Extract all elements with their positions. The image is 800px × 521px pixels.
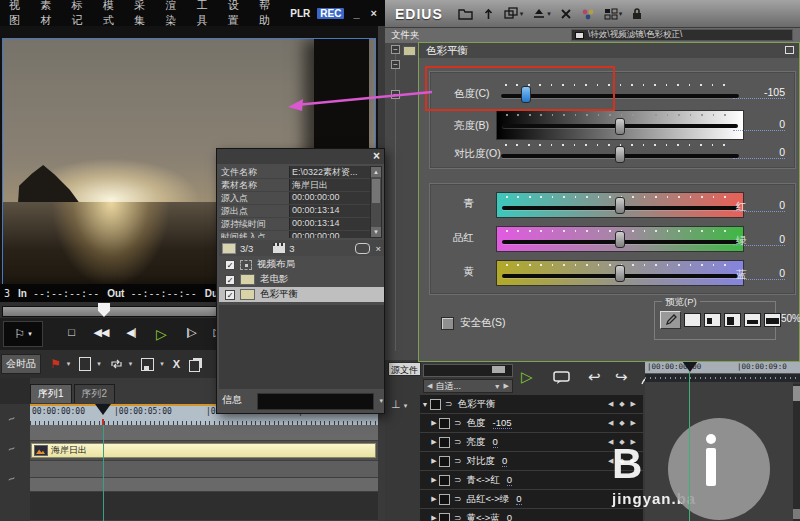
magenta-green-handle[interactable] (615, 231, 625, 248)
kf-nav-buttons[interactable]: ◀ ◆ ▶ (608, 400, 638, 408)
tree-collapse-icon[interactable]: − (391, 60, 400, 69)
chroma-slider-handle[interactable] (521, 86, 531, 103)
source-file-button[interactable]: 源文件 (388, 362, 421, 376)
kf-row-color-balance[interactable]: ▼ ⊃ 色彩平衡 ◀ ◆ ▶ (420, 395, 643, 414)
chevron-down-icon[interactable]: ▾ (379, 397, 383, 405)
stop-button[interactable]: □ (57, 326, 85, 342)
kf-param-value[interactable]: -105 (493, 417, 512, 429)
kf-nav-buttons[interactable]: ◀ ◆ ▶ (608, 438, 638, 446)
kf-checkbox[interactable] (439, 475, 450, 486)
yellow-blue-slider[interactable] (496, 260, 744, 286)
track-row[interactable] (30, 425, 378, 441)
prev-frame-button[interactable]: ◀| (117, 326, 145, 342)
info-titlebar[interactable]: × (217, 149, 384, 164)
kf-play-button[interactable]: ▷ (521, 368, 533, 386)
play-button[interactable]: ▷ (147, 326, 175, 342)
reset-icon[interactable]: ⊃ (454, 494, 462, 504)
menu-item-help[interactable]: 帮助 (259, 0, 277, 28)
checkbox-checked-icon[interactable]: ✓ (225, 290, 235, 300)
contrast-slider[interactable] (496, 141, 744, 166)
expander-icon[interactable]: ▶ (429, 457, 439, 465)
slider-track[interactable] (501, 94, 739, 98)
contrast-slider-handle[interactable] (615, 146, 625, 163)
preview-layout-left-button[interactable] (704, 313, 721, 327)
filter-item-video-layout[interactable]: ✓ 视频布局 (219, 257, 384, 272)
expander-icon[interactable]: ▶ (429, 514, 439, 521)
keyframe-ruler[interactable]: |00:00:00:00 |00:00:09:0 (645, 361, 800, 382)
expander-icon[interactable]: ▶ (429, 495, 439, 503)
zoom-slider-handle[interactable] (492, 366, 505, 373)
flag-button[interactable]: ⚐ ▾ (3, 321, 43, 347)
playhead-line[interactable] (103, 425, 104, 521)
menu-item-view[interactable]: 视图 (9, 0, 27, 28)
kf-row-brightness[interactable]: ▶ ⊃ 亮度 0 ◀ ◆ ▶ (420, 433, 643, 452)
copy-icon[interactable] (189, 357, 200, 372)
preview-layout-full-button[interactable] (684, 313, 701, 327)
reset-icon[interactable]: ⊃ (454, 456, 462, 466)
yellow-blue-handle[interactable] (615, 265, 625, 282)
info-scrollbar[interactable]: ▲ ▼ (370, 166, 382, 238)
kf-nav-buttons[interactable]: ◀ ◆ ▶ (608, 419, 638, 427)
new-clip-icon[interactable] (79, 357, 91, 371)
kf-playhead-line[interactable] (689, 372, 690, 521)
replace-icon[interactable] (110, 358, 123, 370)
reset-icon[interactable]: ⊃ (454, 513, 462, 521)
cyan-red-value[interactable]: 0 (733, 199, 785, 212)
kf-checkbox[interactable] (439, 513, 450, 521)
kf-param-value[interactable]: 0 (493, 436, 498, 448)
chroma-slider[interactable] (496, 81, 744, 106)
expander-icon[interactable]: ▶ (429, 438, 439, 446)
reset-icon[interactable]: ⊃ (454, 418, 462, 428)
kf-scrollbar[interactable] (793, 384, 800, 521)
checkbox-checked-icon[interactable]: ✓ (225, 275, 235, 285)
kf-playhead-triangle[interactable] (682, 361, 698, 372)
effects-breadcrumb[interactable]: \特效\视频滤镜\色彩校正\ (571, 29, 793, 41)
menu-item-mode[interactable]: 模式 (103, 0, 121, 28)
tree-collapse-icon[interactable]: − (391, 45, 400, 54)
scroll-down-icon[interactable]: ▼ (371, 227, 381, 237)
film-reel-icon[interactable] (355, 243, 370, 254)
reset-icon[interactable]: ⊃ (454, 475, 462, 485)
preview-zoom-level[interactable]: 50% (781, 313, 800, 324)
menu-item-tools[interactable]: 工具 (197, 0, 215, 28)
timeline-clip[interactable]: 海岸日出 (31, 443, 376, 458)
sequence-chip[interactable]: 会时品 (1, 354, 41, 374)
contrast-value[interactable]: 0 (733, 146, 785, 159)
kf-checkbox[interactable] (439, 456, 450, 467)
lock-icon[interactable] (631, 7, 643, 21)
menu-item-settings[interactable]: 设置 (228, 0, 246, 28)
reset-icon[interactable]: ⊃ (445, 399, 453, 409)
kf-checkbox[interactable] (439, 418, 450, 429)
menu-item-render[interactable]: 渲染 (165, 0, 183, 28)
keyframe-timeline-area[interactable] (645, 382, 793, 521)
brightness-slider-handle[interactable] (615, 118, 625, 135)
kf-param-value[interactable]: 0 (507, 474, 512, 486)
close-button[interactable]: × (369, 7, 379, 19)
menu-item-clip[interactable]: 素材 (40, 0, 58, 28)
kf-row-cyan-red[interactable]: ▶ ⊃ 青<->红 0 (420, 471, 643, 490)
yellow-blue-value[interactable]: 0 (733, 267, 785, 280)
track-row[interactable] (30, 492, 378, 521)
kf-checkbox[interactable] (439, 494, 450, 505)
kf-param-value[interactable]: 0 (502, 455, 507, 467)
menu-item-capture[interactable]: 采集 (134, 0, 152, 28)
tab-info[interactable]: 信息 (222, 393, 242, 407)
interpolation-dropdown[interactable]: ◀ 自适... ▼ ▶ (423, 379, 513, 393)
track-row[interactable]: 海岸日出 (30, 441, 378, 461)
arrow-right-icon[interactable]: ▶ (504, 382, 509, 390)
tab-sequence1[interactable]: 序列1 (30, 384, 72, 403)
preview-pencil-button[interactable] (660, 311, 681, 329)
duplicate-icon[interactable]: ▾ (504, 7, 524, 20)
filter-item-color-balance[interactable]: ✓ 色彩平衡 (219, 287, 384, 302)
cyan-red-handle[interactable] (615, 197, 625, 214)
playhead-triangle[interactable] (95, 404, 111, 415)
track-row[interactable] (30, 478, 378, 492)
minimize-button[interactable]: _ (351, 7, 361, 19)
checkbox-checked-icon[interactable]: ✓ (225, 260, 235, 270)
kf-nav-buttons[interactable]: ◀ ◆ ▶ (608, 457, 638, 465)
preview-layout-split-button[interactable] (724, 313, 741, 327)
scroll-thumb[interactable] (372, 179, 380, 203)
add-to-timeline-icon[interactable] (482, 7, 495, 21)
filter-item-old-movie[interactable]: ✓ 老电影 (219, 272, 384, 287)
expander-icon[interactable]: ▶ (429, 419, 439, 427)
